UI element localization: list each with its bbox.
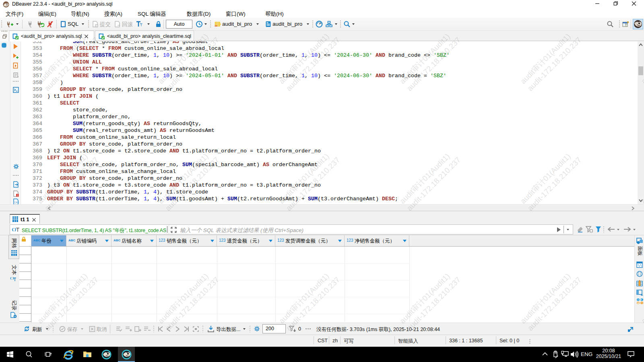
svg-text:(x): (x) bbox=[14, 201, 19, 204]
